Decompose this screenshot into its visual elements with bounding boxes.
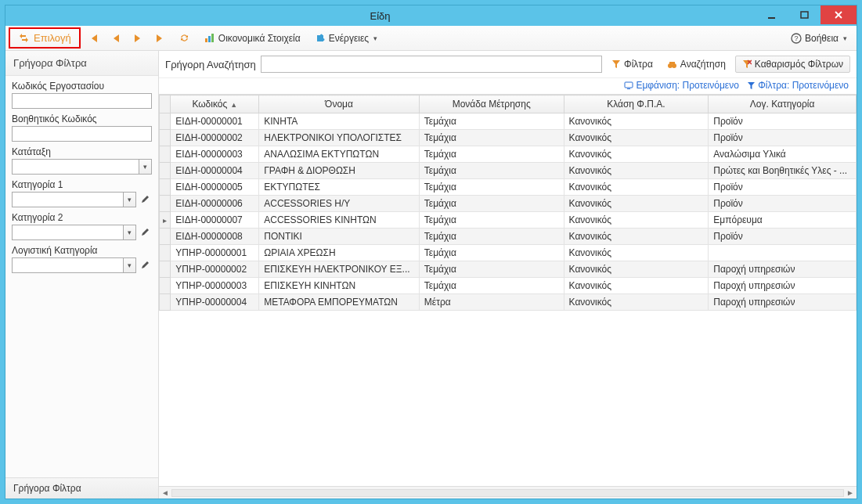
table-row[interactable]: ΕΙΔΗ-00000006ACCESSORIES H/YΤεμάχιαΚανον…: [160, 196, 857, 212]
table-cell[interactable]: Προϊόν: [709, 130, 857, 146]
pencil-icon[interactable]: [138, 192, 152, 207]
table-cell[interactable]: Αναλώσιμα Υλικά: [709, 146, 857, 163]
table-cell[interactable]: [709, 245, 857, 261]
column-header[interactable]: Κωδικός▲: [171, 95, 259, 113]
column-header[interactable]: Όνομα: [259, 95, 420, 113]
chevron-down-icon[interactable]: ▾: [124, 257, 136, 273]
chevron-down-icon[interactable]: ▾: [124, 225, 136, 240]
table-cell[interactable]: ΥΠΗΡ-00000001: [171, 245, 259, 261]
table-cell[interactable]: Προϊόν: [709, 196, 857, 212]
economic-button[interactable]: Οικονομικά Στοιχεία: [197, 30, 307, 46]
table-cell[interactable]: Τεμάχια: [419, 229, 564, 245]
help-button[interactable]: ? Βοήθεια ▾: [784, 31, 853, 46]
table-cell[interactable]: Κανονικός: [564, 261, 709, 278]
table-row[interactable]: ΕΙΔΗ-00000002ΗΛΕΚΤΡΟΝΙΚΟΙ ΥΠΟΛΟΓΙΣΤΕΣΤεμ…: [160, 130, 857, 146]
nav-next-button[interactable]: [128, 31, 148, 46]
view-link[interactable]: Εμφάνιση: Προτεινόμενο: [624, 80, 739, 91]
table-cell[interactable]: Κανονικός: [564, 229, 709, 245]
table-cell[interactable]: Τεμάχια: [419, 146, 564, 163]
table-cell[interactable]: ACCESSORIES ΚΙΝΗΤΩΝ: [259, 212, 420, 229]
scroll-right-icon[interactable]: ►: [844, 488, 857, 497]
filter-input[interactable]: [12, 126, 152, 142]
table-cell[interactable]: ΠΟΝΤΙΚΙ: [259, 229, 420, 245]
filter-link[interactable]: Φίλτρα: Προτεινόμενο: [747, 80, 849, 91]
table-cell[interactable]: Τεμάχια: [419, 278, 564, 294]
filter-combo-input[interactable]: [12, 257, 124, 273]
pencil-icon[interactable]: [138, 225, 152, 240]
table-row[interactable]: ΕΙΔΗ-00000001ΚΙΝΗΤΑΤεμάχιαΚανονικόςΠροϊό…: [160, 113, 857, 130]
table-cell[interactable]: ΕΚΤΥΠΩΤΕΣ: [259, 179, 420, 196]
table-cell[interactable]: Παροχή υπηρεσιών: [709, 278, 857, 294]
table-cell[interactable]: Τεμάχια: [419, 113, 564, 130]
table-cell[interactable]: Κανονικός: [564, 130, 709, 146]
table-cell[interactable]: ΚΙΝΗΤΑ: [259, 113, 420, 130]
table-cell[interactable]: Μέτρα: [419, 294, 564, 311]
filter-combo-input[interactable]: [12, 159, 139, 175]
table-cell[interactable]: Κανονικός: [564, 163, 709, 179]
filter-combo-input[interactable]: [12, 192, 124, 207]
table-row[interactable]: ΥΠΗΡ-00000003ΕΠΙΣΚΕΥΗ ΚΙΝΗΤΩΝΤεμάχιαΚανο…: [160, 278, 857, 294]
select-button[interactable]: Επιλογή: [9, 27, 81, 49]
maximize-button[interactable]: [788, 5, 821, 24]
nav-first-button[interactable]: [82, 31, 104, 46]
scroll-track[interactable]: [171, 489, 844, 497]
nav-prev-button[interactable]: [106, 31, 126, 46]
chevron-down-icon[interactable]: ▾: [139, 159, 152, 175]
sidebar-footer-tab[interactable]: Γρήγορα Φίλτρα: [5, 477, 158, 499]
table-cell[interactable]: Πρώτες και Βοηθητικές Υλες - ...: [709, 163, 857, 179]
column-header[interactable]: Κλάση Φ.Π.Α.: [564, 95, 709, 113]
table-cell[interactable]: Τεμάχια: [419, 245, 564, 261]
table-cell[interactable]: Κανονικός: [564, 278, 709, 294]
table-cell[interactable]: ΩΡΙΑΙΑ ΧΡΕΩΣΗ: [259, 245, 420, 261]
table-cell[interactable]: Τεμάχια: [419, 261, 564, 278]
table-cell[interactable]: Τεμάχια: [419, 212, 564, 229]
filter-input[interactable]: [12, 93, 152, 109]
table-cell[interactable]: Κανονικός: [564, 294, 709, 311]
table-cell[interactable]: ΥΠΗΡ-00000002: [171, 261, 259, 278]
table-cell[interactable]: ACCESSORIES H/Y: [259, 196, 420, 212]
table-cell[interactable]: ΜΕΤΑΦΟΡΑ ΕΜΠΟΡΕΥΜΑΤΩΝ: [259, 294, 420, 311]
table-cell[interactable]: ΕΙΔΗ-00000005: [171, 179, 259, 196]
table-cell[interactable]: Παροχή υπηρεσιών: [709, 294, 857, 311]
table-row[interactable]: ΥΠΗΡ-00000001ΩΡΙΑΙΑ ΧΡΕΩΣΗΤεμάχιαΚανονικ…: [160, 245, 857, 261]
table-cell[interactable]: Κανονικός: [564, 146, 709, 163]
table-cell[interactable]: ΑΝΑΛΩΣΙΜΑ ΕΚΤΥΠΩΤΩΝ: [259, 146, 420, 163]
table-cell[interactable]: Τεμάχια: [419, 196, 564, 212]
table-row[interactable]: ΕΙΔΗ-00000005ΕΚΤΥΠΩΤΕΣΤεμάχιαΚανονικόςΠρ…: [160, 179, 857, 196]
table-row[interactable]: ΕΙΔΗ-00000003ΑΝΑΛΩΣΙΜΑ ΕΚΤΥΠΩΤΩΝΤεμάχιαΚ…: [160, 146, 857, 163]
table-row[interactable]: ΥΠΗΡ-00000004ΜΕΤΑΦΟΡΑ ΕΜΠΟΡΕΥΜΑΤΩΝΜέτραΚ…: [160, 294, 857, 311]
table-cell[interactable]: ΥΠΗΡ-00000003: [171, 278, 259, 294]
table-cell[interactable]: ΕΙΔΗ-00000001: [171, 113, 259, 130]
refresh-button[interactable]: [173, 30, 196, 46]
nav-last-button[interactable]: [150, 31, 171, 46]
table-cell[interactable]: Εμπόρευμα: [709, 212, 857, 229]
grid[interactable]: Κωδικός▲ΌνομαΜονάδα ΜέτρησηςΚλάση Φ.Π.Α.…: [159, 94, 857, 486]
search-button[interactable]: Αναζήτηση: [662, 57, 730, 71]
minimize-button[interactable]: [755, 5, 788, 24]
filter-combo-input[interactable]: [12, 225, 124, 240]
table-cell[interactable]: ΓΡΑΦΗ & ΔΙΟΡΘΩΣΗ: [259, 163, 420, 179]
table-cell[interactable]: Κανονικός: [564, 196, 709, 212]
column-header[interactable]: Λογ. Κατηγορία: [709, 95, 857, 113]
actions-button[interactable]: Ενέργειες ▾: [308, 31, 384, 46]
table-cell[interactable]: ΕΠΙΣΚΕΥΗ ΗΛΕΚΤΡΟΝΙΚΟΥ ΕΞ...: [259, 261, 420, 278]
table-row[interactable]: ΕΙΔΗ-00000008ΠΟΝΤΙΚΙΤεμάχιαΚανονικόςΠροϊ…: [160, 229, 857, 245]
table-cell[interactable]: ΕΙΔΗ-00000002: [171, 130, 259, 146]
table-row[interactable]: ▸ΕΙΔΗ-00000007ACCESSORIES ΚΙΝΗΤΩΝΤεμάχια…: [160, 212, 857, 229]
table-cell[interactable]: Τεμάχια: [419, 163, 564, 179]
search-input[interactable]: [261, 56, 602, 73]
table-cell[interactable]: Κανονικός: [564, 245, 709, 261]
table-cell[interactable]: Τεμάχια: [419, 179, 564, 196]
filters-button[interactable]: Φίλτρα: [607, 57, 658, 71]
chevron-down-icon[interactable]: ▾: [124, 192, 136, 207]
table-row[interactable]: ΥΠΗΡ-00000002ΕΠΙΣΚΕΥΗ ΗΛΕΚΤΡΟΝΙΚΟΥ ΕΞ...…: [160, 261, 857, 278]
table-cell[interactable]: ΗΛΕΚΤΡΟΝΙΚΟΙ ΥΠΟΛΟΓΙΣΤΕΣ: [259, 130, 420, 146]
pencil-icon[interactable]: [138, 257, 152, 273]
table-cell[interactable]: ΥΠΗΡ-00000004: [171, 294, 259, 311]
scroll-left-icon[interactable]: ◄: [159, 488, 171, 497]
horizontal-scrollbar[interactable]: ◄ ►: [159, 486, 857, 499]
table-cell[interactable]: ΕΠΙΣΚΕΥΗ ΚΙΝΗΤΩΝ: [259, 278, 420, 294]
table-row[interactable]: ΕΙΔΗ-00000004ΓΡΑΦΗ & ΔΙΟΡΘΩΣΗΤεμάχιαΚανο…: [160, 163, 857, 179]
table-cell[interactable]: ΕΙΔΗ-00000008: [171, 229, 259, 245]
table-cell[interactable]: Κανονικός: [564, 113, 709, 130]
